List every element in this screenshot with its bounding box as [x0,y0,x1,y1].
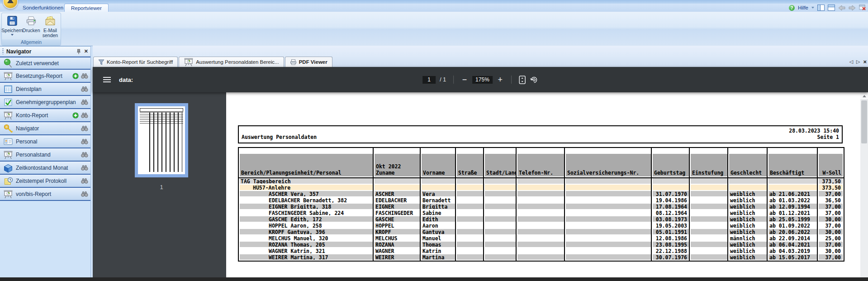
table-cell [565,185,652,191]
scrollbar-thumb[interactable] [861,100,867,143]
page-number-input[interactable]: 1 [422,76,436,84]
toolbar-divider [453,76,454,84]
split-vertical-icon[interactable] [817,5,825,11]
document-tab-konto-report-für-suchbegriff[interactable]: Konto-Report für Suchbegriff [93,57,178,67]
report-icon [2,71,14,81]
sidebar-item-zuletzt-verwendet[interactable]: Zuletzt verwendet [0,57,90,70]
ribbon: Speichern Drucken E-Mail senden Allgemei… [0,12,868,46]
zoom-in-icon[interactable]: + [497,76,504,84]
binoculars-icon[interactable] [81,191,88,197]
scroll-tabs-left-icon[interactable]: ◁ [849,59,853,65]
scroll-tabs-right-icon[interactable]: ▷ [856,59,860,65]
save-icon [6,15,18,27]
pdf-document-title: data: [119,76,133,83]
navigate-back-icon[interactable] [838,5,845,11]
report-icon [184,57,194,67]
save-button[interactable]: Speichern [3,14,22,39]
table-cell [690,242,728,248]
window-titlebar [0,0,868,4]
table-cell [690,254,728,261]
email-send-button[interactable]: E-Mail senden [41,14,60,39]
table-cell: weiblich [728,254,768,261]
help-dropdown-icon[interactable] [811,7,814,10]
ribbon-tab-sonderfunktionen[interactable]: Sonderfunktionen [16,4,70,12]
table-row: TAG Tagesbereich373,50 [239,178,844,185]
document-tab-strip: Konto-Report für Suchbegriff Auswertung … [93,46,868,67]
table-cell [517,185,565,191]
table-cell [517,242,565,248]
binoculars-icon[interactable] [81,178,88,184]
table-cell [768,178,818,185]
table-cell: weiblich [728,197,768,204]
split-horizontal-icon[interactable] [828,5,835,11]
sidebar-item-konto-report[interactable]: Konto-Report [0,109,90,122]
sidebar-item-von-bis-report[interactable]: von/bis-Report [0,188,90,201]
add-icon[interactable] [72,73,79,79]
ribbon-group-allgemein: Speichern Drucken E-Mail senden Allgemei… [1,13,61,46]
thumbnail-panel: 1 [93,92,226,277]
table-cell [517,223,565,229]
table-cell [517,248,565,254]
save-dropdown-icon[interactable] [11,34,14,37]
close-window-icon[interactable] [859,5,866,11]
table-cell: Thomas [421,242,456,248]
table-cell [565,235,652,242]
sidebar-item-besetzungs-report[interactable]: Besetzungs-Report [0,70,90,83]
document-tab-auswertung-personaldaten-bereic[interactable]: Auswertung Personaldaten Bereic... [179,57,284,67]
binoculars-icon[interactable] [81,86,88,92]
table-cell: Gantuya [421,229,456,235]
table-cell [565,223,652,229]
table-cell: weiblich [728,216,768,223]
table-cell: ROZANA Thomas, 205 [239,242,374,248]
sidebar-item-navigator[interactable]: Navigator [0,122,90,135]
add-icon[interactable] [72,112,79,119]
ribbon-tab-reportviewer[interactable]: Reportviewer [64,4,109,12]
table-cell: 37,00 [818,223,844,229]
table-cell [484,210,517,216]
pdf-toolbar: data: 1 / 1 − 175% + [93,67,868,92]
menu-icon[interactable] [103,77,111,82]
sidebar-item-zeitstempel-protokoll[interactable]: Zeitstempel Protokoll [0,175,90,188]
help-icon[interactable]: ? [789,5,795,11]
table-cell: 08.12.1964 [652,210,690,216]
binoculars-icon[interactable] [81,73,88,79]
sidebar-item-personal[interactable]: Personal [0,135,90,148]
page-thumbnail[interactable] [135,103,188,177]
table-cell [484,235,517,242]
zoom-level-input[interactable]: 175% [472,76,493,84]
binoculars-icon[interactable] [81,112,88,118]
binoculars-icon[interactable] [81,152,88,157]
sidebar-item-dienstplan[interactable]: Dienstplan [0,83,90,96]
sidebar-item-zeitkontostand-monat[interactable]: Zeitkontostand Monat [0,162,90,175]
table-cell: Edith [421,216,456,223]
table-row: WEIRER Martina, 317WEIRERMartina30.07.19… [239,254,844,261]
binoculars-icon[interactable] [81,99,88,105]
table-cell [565,204,652,210]
panel-grip-icon[interactable] [2,48,4,54]
table-cell: 30,00 [818,216,844,223]
close-tab-icon[interactable]: × [863,58,867,65]
table-row: EDELBACHER Bernadett, 382EDELBACHERBerna… [239,197,844,204]
table-cell [484,191,517,197]
help-button[interactable]: Hilfe [798,5,808,10]
sidebar-item-genehmigergruppenplan[interactable]: Genehmigergruppenplan [0,96,90,109]
binoculars-icon[interactable] [81,125,88,131]
pin-icon[interactable] [76,49,81,54]
table-cell: Aaron [421,223,456,229]
binoculars-icon[interactable] [81,138,88,144]
table-cell: 19.04.1986 [652,197,690,204]
sidebar-item-personalstand[interactable]: Personalstand [0,148,90,162]
zoom-out-icon[interactable]: − [461,76,468,84]
close-panel-icon[interactable]: ✕ [84,48,88,54]
document-tab-pdf-viewer[interactable]: PDF Viewer [285,57,332,67]
navigate-forward-icon[interactable] [849,5,856,11]
print-button[interactable]: Drucken [22,14,41,39]
scrollbar-up-icon[interactable] [860,92,868,100]
pdf-content: 1 28.03.2023 15:40 Auswertung Personalda… [93,92,868,277]
table-cell: EIGNER [374,204,421,210]
table-cell: männlich [728,235,768,242]
fit-to-page-icon[interactable] [519,76,526,84]
binoculars-icon[interactable] [81,165,88,171]
pdf-scrollbar[interactable] [860,92,868,277]
rotate-icon[interactable] [530,76,538,84]
